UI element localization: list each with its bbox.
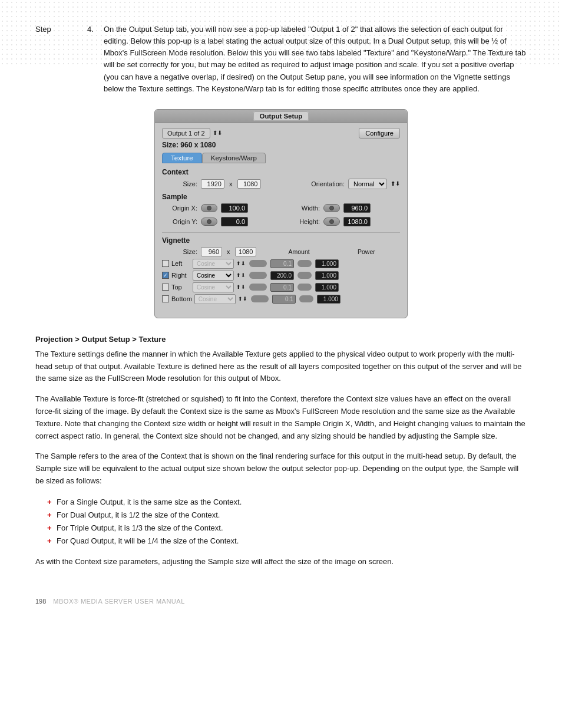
context-width-input[interactable] — [201, 179, 224, 189]
origin-y-input[interactable] — [221, 217, 248, 226]
vignette-size-row: Size: x Amount Power — [162, 247, 400, 256]
amount-slider-top[interactable] — [249, 284, 267, 291]
step-label: Step — [35, 24, 82, 95]
vignette-rows: Left Cosine ⬆⬇ ✓ Right Cosine ⬆⬇ Top C — [162, 259, 400, 304]
orientation-arrow[interactable]: ⬆⬇ — [391, 180, 400, 187]
amount-slider-bottom[interactable] — [251, 295, 269, 302]
power-slider-top[interactable] — [297, 284, 312, 291]
tabs-row: Texture Keystone/Warp — [162, 153, 400, 163]
power-input-left[interactable] — [315, 259, 339, 268]
height-row: Height: — [285, 217, 400, 226]
tab-keystone[interactable]: Keystone/Warp — [202, 153, 266, 163]
width-slider[interactable] — [323, 204, 340, 212]
bullet-item-3: For Triple Output, it is 1/3 the size of… — [47, 522, 527, 535]
curve-arrow-top[interactable]: ⬆⬇ — [236, 284, 246, 290]
origin-x-row: Origin X: — [162, 203, 277, 213]
width-input[interactable] — [343, 203, 371, 213]
context-section-title: Context — [162, 168, 400, 176]
height-slider[interactable] — [323, 218, 340, 226]
bullet-item-2: For Dual Output, it is 1/2 the size of t… — [47, 509, 527, 522]
vignette-row-bottom: Bottom Cosine ⬆⬇ — [162, 294, 400, 304]
vignette-checkbox-right[interactable]: ✓ — [162, 272, 169, 279]
amount-slider-left[interactable] — [249, 260, 267, 267]
context-size-row: Size: x Orientation: Normal ⬆⬇ — [162, 179, 400, 189]
vignette-label-bottom: Bottom — [171, 295, 192, 302]
sample-columns: Origin X: Origin Y: — [162, 203, 400, 229]
power-input-top[interactable] — [315, 283, 339, 292]
power-slider-bottom[interactable] — [299, 295, 313, 302]
curve-arrow-right[interactable]: ⬆⬇ — [236, 272, 246, 278]
origin-y-slider[interactable] — [201, 218, 217, 226]
origin-x-input[interactable] — [221, 203, 248, 213]
step-text: On the Output Setup tab, you will now se… — [104, 24, 527, 95]
paragraphs-container: The Texture settings define the manner i… — [35, 348, 527, 487]
width-label: Width: — [285, 205, 320, 212]
amount-input-right[interactable] — [270, 271, 294, 280]
bullets-list: For a Single Output, it is the same size… — [47, 496, 527, 548]
curve-arrow-left[interactable]: ⬆⬇ — [236, 261, 246, 266]
context-size-label: Size: — [162, 180, 197, 187]
orientation-select[interactable]: Normal — [348, 179, 387, 189]
vignette-curve-left[interactable]: Cosine — [193, 259, 234, 269]
output-selector-arrow[interactable]: ⬆⬇ — [213, 130, 222, 136]
tab-texture[interactable]: Texture — [162, 153, 202, 163]
power-input-bottom[interactable] — [317, 295, 340, 304]
vignette-row-left: Left Cosine ⬆⬇ — [162, 259, 400, 269]
orientation-label: Orientation: — [309, 180, 345, 187]
height-label: Height: — [285, 218, 320, 225]
dialog-title: Output Setup — [253, 111, 309, 121]
amount-input-bottom[interactable] — [272, 295, 296, 304]
vignette-curve-bottom[interactable]: Cosine — [194, 294, 236, 304]
amount-input-left[interactable] — [270, 259, 294, 268]
paragraph-1: The Texture settings define the manner i… — [35, 348, 527, 385]
dialog-wrapper: Output Setup Output 1 of 2 ⬆⬇ Configure … — [35, 109, 527, 318]
origin-y-row: Origin Y: — [162, 217, 277, 226]
origin-y-label: Origin Y: — [162, 218, 197, 225]
context-height-input[interactable] — [237, 179, 261, 189]
output-selector-label[interactable]: Output 1 of 2 — [162, 128, 210, 139]
vignette-curve-right[interactable]: Cosine — [193, 271, 234, 281]
bullet-item-1: For a Single Output, it is the same size… — [47, 496, 527, 509]
vignette-curve-top[interactable]: Cosine — [193, 282, 234, 292]
vignette-size-label: Size: — [162, 248, 197, 255]
vignette-row-right: ✓ Right Cosine ⬆⬇ — [162, 271, 400, 281]
width-row: Width: — [285, 203, 400, 213]
vignette-height-input[interactable] — [235, 247, 256, 256]
dialog-titlebar: Output Setup — [155, 110, 407, 123]
step-number: 4. — [87, 24, 99, 95]
vignette-section-title: Vignette — [162, 236, 400, 245]
size-label: Size: 960 x 1080 — [162, 141, 400, 149]
paragraph-2: The Available Texture is force-fit (stre… — [35, 393, 527, 442]
sample-col-right: Width: Height: — [285, 203, 400, 229]
power-input-right[interactable] — [315, 271, 339, 280]
amount-input-top[interactable] — [270, 283, 294, 292]
origin-x-slider[interactable] — [201, 204, 217, 212]
amount-slider-right[interactable] — [249, 272, 267, 279]
origin-x-label: Origin X: — [162, 205, 197, 212]
height-input[interactable] — [343, 217, 371, 226]
vignette-row-top: Top Cosine ⬆⬇ — [162, 282, 400, 292]
footer-title: MBOX® MEDIA SERVER USER MANUAL — [53, 598, 184, 605]
bullet-item-4: For Quad Output, it will be 1/4 the size… — [47, 535, 527, 548]
context-x-sep: x — [229, 180, 233, 187]
paragraph-3: The Sample refers to the area of the Con… — [35, 450, 527, 487]
power-slider-left[interactable] — [297, 260, 312, 267]
power-header: Power — [350, 248, 382, 255]
power-slider-right[interactable] — [297, 272, 312, 279]
configure-button[interactable]: Configure — [359, 128, 400, 139]
output-selector[interactable]: Output 1 of 2 ⬆⬇ — [162, 128, 222, 139]
vignette-checkbox-left[interactable] — [162, 260, 169, 267]
curve-arrow-bottom[interactable]: ⬆⬇ — [238, 296, 247, 302]
closing-para: As with the Context size parameters, adj… — [35, 556, 527, 568]
sample-section-title: Sample — [162, 193, 400, 201]
vignette-x-sep: x — [227, 248, 230, 255]
section-heading: Projection > Output Setup > Texture — [35, 335, 527, 344]
vignette-label-left: Left — [171, 260, 190, 267]
vignette-label-top: Top — [171, 284, 190, 291]
output-setup-dialog: Output Setup Output 1 of 2 ⬆⬇ Configure … — [154, 109, 408, 318]
vignette-checkbox-bottom[interactable] — [162, 295, 169, 302]
step-block: Step 4. On the Output Setup tab, you wil… — [35, 24, 527, 95]
dialog-top-row: Output 1 of 2 ⬆⬇ Configure — [162, 128, 400, 139]
vignette-checkbox-top[interactable] — [162, 284, 169, 291]
vignette-width-input[interactable] — [201, 247, 222, 256]
